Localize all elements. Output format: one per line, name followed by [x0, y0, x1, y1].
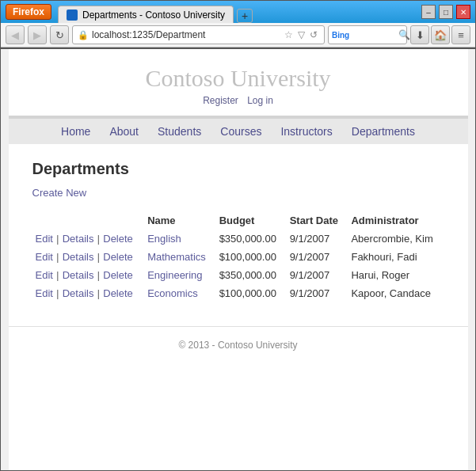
- start-date-cell: 9/1/2007: [287, 266, 348, 284]
- col-name: Name: [144, 211, 215, 230]
- close-button[interactable]: ✕: [456, 5, 470, 19]
- nav-home[interactable]: Home: [61, 125, 90, 138]
- budget-cell: $350,000.00: [216, 230, 287, 248]
- tab-favicon: [67, 9, 78, 21]
- administrator-cell: Harui, Roger: [348, 266, 444, 284]
- maximize-button[interactable]: □: [439, 5, 453, 19]
- col-administrator: Administrator: [348, 211, 444, 230]
- dept-name-cell: English: [144, 230, 215, 248]
- action-edit-link[interactable]: Edit: [36, 287, 53, 299]
- extra-nav-buttons: ⬇ 🏠 ≡: [410, 25, 470, 44]
- site-title: Contoso University: [9, 65, 468, 92]
- table-row: Edit | Details | DeleteEnglish$350,000.0…: [32, 230, 444, 248]
- budget-cell: $350,000.00: [216, 266, 287, 284]
- administrator-cell: Fakhouri, Fadi: [348, 248, 444, 266]
- action-details-link[interactable]: Details: [63, 251, 94, 263]
- action-edit-link[interactable]: Edit: [36, 251, 53, 263]
- download-button[interactable]: ⬇: [410, 25, 429, 44]
- search-input[interactable]: [351, 30, 398, 40]
- action-delete-link[interactable]: Delete: [103, 233, 133, 245]
- action-edit-link[interactable]: Edit: [36, 269, 53, 281]
- navigation-bar: ◀ ▶ ↻ 🔒 localhost:1235/Department ☆ ▽ ↺ …: [1, 23, 475, 47]
- menu-button[interactable]: ≡: [451, 25, 470, 44]
- refresh-button[interactable]: ↻: [50, 25, 69, 44]
- action-separator: |: [94, 270, 102, 281]
- search-icon[interactable]: 🔍: [398, 29, 410, 40]
- new-tab-button[interactable]: +: [237, 9, 253, 23]
- nav-courses[interactable]: Courses: [220, 125, 261, 138]
- main-content: Departments Create New Name Budget Start…: [9, 144, 468, 318]
- action-separator: |: [54, 234, 62, 245]
- home-button[interactable]: 🏠: [431, 25, 450, 44]
- nav-departments[interactable]: Departments: [352, 125, 415, 138]
- action-details-link[interactable]: Details: [63, 233, 94, 245]
- window-controls: – □ ✕: [421, 5, 470, 19]
- col-budget: Budget: [216, 211, 287, 230]
- address-text: localhost:1235/Department: [92, 29, 280, 40]
- page-footer: © 2013 - Contoso University: [9, 326, 468, 363]
- minimize-button[interactable]: –: [421, 5, 436, 19]
- action-delete-link[interactable]: Delete: [103, 251, 133, 263]
- table-body: Edit | Details | DeleteEnglish$350,000.0…: [32, 230, 444, 302]
- administrator-cell: Abercrombie, Kim: [348, 230, 444, 248]
- table-row: Edit | Details | DeleteEconomics$100,000…: [32, 284, 444, 302]
- action-cell: Edit | Details | Delete: [32, 284, 145, 302]
- tab-bar: Departments - Contoso University +: [58, 1, 421, 23]
- start-date-cell: 9/1/2007: [287, 230, 348, 248]
- site-header: Contoso University Register Log in: [9, 49, 468, 118]
- search-bar[interactable]: Bing 🔍: [328, 25, 407, 44]
- action-separator: |: [94, 288, 102, 299]
- action-delete-link[interactable]: Delete: [103, 287, 133, 299]
- page-content: Contoso University Register Log in Home …: [1, 47, 475, 470]
- address-lock-icon: 🔒: [78, 30, 89, 40]
- action-cell: Edit | Details | Delete: [32, 230, 145, 248]
- action-details-link[interactable]: Details: [63, 287, 94, 299]
- create-new-link[interactable]: Create New: [32, 187, 87, 199]
- register-link[interactable]: Register: [203, 95, 238, 106]
- title-bar: Firefox Departments - Contoso University…: [1, 1, 475, 23]
- bookmark-star-button[interactable]: ☆: [283, 29, 295, 40]
- table-header: Name Budget Start Date Administrator: [32, 211, 444, 230]
- browser-tab[interactable]: Departments - Contoso University: [58, 6, 234, 23]
- action-separator: |: [94, 234, 102, 245]
- browser-window: Firefox Departments - Contoso University…: [0, 0, 476, 471]
- address-bar[interactable]: 🔒 localhost:1235/Department ☆ ▽ ↺: [72, 25, 325, 44]
- budget-cell: $100,000.00: [216, 248, 287, 266]
- login-link[interactable]: Log in: [247, 95, 273, 106]
- action-separator: |: [54, 252, 62, 263]
- bing-logo: Bing: [332, 31, 349, 40]
- bookmark-arrow-button[interactable]: ▽: [296, 29, 307, 40]
- dept-name-cell: Mathematics: [144, 248, 215, 266]
- budget-cell: $100,000.00: [216, 284, 287, 302]
- page-heading: Departments: [32, 160, 444, 178]
- nav-menu: Home About Students Courses Instructors …: [9, 118, 468, 144]
- dept-name-cell: Economics: [144, 284, 215, 302]
- col-start-date: Start Date: [287, 211, 348, 230]
- action-edit-link[interactable]: Edit: [36, 233, 53, 245]
- action-cell: Edit | Details | Delete: [32, 266, 145, 284]
- action-delete-link[interactable]: Delete: [103, 269, 133, 281]
- departments-table: Name Budget Start Date Administrator Edi…: [32, 211, 444, 302]
- auth-links: Register Log in: [9, 95, 468, 106]
- back-button[interactable]: ◀: [6, 25, 25, 44]
- dept-name-cell: Engineering: [144, 266, 215, 284]
- col-actions: [32, 211, 145, 230]
- address-actions: ☆ ▽ ↺: [283, 29, 319, 40]
- nav-instructors[interactable]: Instructors: [280, 125, 332, 138]
- forward-button[interactable]: ▶: [28, 25, 47, 44]
- tab-title: Departments - Contoso University: [82, 9, 225, 21]
- action-separator: |: [54, 288, 62, 299]
- action-details-link[interactable]: Details: [63, 269, 94, 281]
- header-row: Name Budget Start Date Administrator: [32, 211, 444, 230]
- firefox-button[interactable]: Firefox: [6, 4, 51, 20]
- footer-text: © 2013 - Contoso University: [178, 340, 297, 351]
- nav-about[interactable]: About: [109, 125, 139, 138]
- site-wrapper: Contoso University Register Log in Home …: [9, 49, 468, 470]
- action-separator: |: [54, 270, 62, 281]
- action-cell: Edit | Details | Delete: [32, 248, 145, 266]
- reload-addr-button[interactable]: ↺: [308, 29, 319, 40]
- administrator-cell: Kapoor, Candace: [348, 284, 444, 302]
- start-date-cell: 9/1/2007: [287, 248, 348, 266]
- start-date-cell: 9/1/2007: [287, 284, 348, 302]
- nav-students[interactable]: Students: [158, 125, 201, 138]
